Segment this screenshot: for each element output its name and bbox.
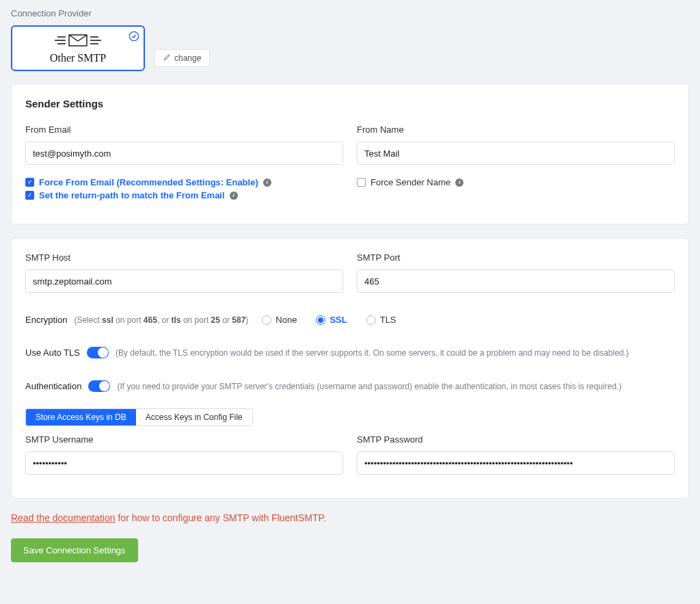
smtp-host-label: SMTP Host [25,252,343,263]
smtp-password-label: SMTP Password [357,434,675,445]
documentation-text: for how to configure any SMTP with Fluen… [116,512,326,523]
smtp-username-label: SMTP Username [25,434,343,445]
access-keys-segment: Store Access Keys in DB Access Keys in C… [25,408,253,426]
save-connection-settings-button[interactable]: Save Connection Settings [11,538,138,562]
change-provider-button[interactable]: change [154,49,210,67]
provider-card-title: Other SMTP [50,52,106,64]
documentation-line: Read the documentation for how to config… [11,512,689,523]
force-from-email-label: Force From Email (Recommended Settings: … [39,177,258,187]
svg-point-0 [129,31,138,40]
from-name-input[interactable] [357,142,675,165]
info-icon[interactable]: i [230,192,238,200]
sender-settings-card: Sender Settings From Email From Name For… [11,83,689,224]
auto-tls-hint: (By default, the TLS encryption would be… [116,348,629,358]
smtp-settings-card: SMTP Host SMTP Port Encryption (Select s… [11,238,689,499]
encryption-radio-tls[interactable]: TLS [366,315,396,325]
smtp-port-label: SMTP Port [357,252,675,263]
auto-tls-toggle[interactable] [87,347,109,358]
encryption-radio-ssl[interactable]: SSL [316,315,347,325]
smtp-username-input[interactable] [25,451,343,475]
return-path-checkbox[interactable] [25,191,34,200]
from-email-input[interactable] [25,142,343,165]
encryption-label: Encryption [25,315,67,325]
store-db-button[interactable]: Store Access Keys in DB [26,409,136,425]
authentication-hint: (If you need to provide your SMTP server… [117,382,621,391]
smtp-password-input[interactable] [357,451,675,475]
auto-tls-label: Use Auto TLS [25,347,80,358]
force-sender-name-checkbox[interactable] [357,178,366,187]
from-name-label: From Name [357,124,675,135]
info-icon[interactable]: i [263,179,271,187]
return-path-label: Set the return-path to match the From Em… [39,190,225,200]
change-button-label: change [174,53,201,63]
encryption-radio-none[interactable]: None [262,315,297,325]
smtp-host-input[interactable] [25,270,343,293]
force-sender-name-label: Force Sender Name [371,177,450,187]
connection-provider-label: Connection Provider [11,8,689,18]
provider-card-other-smtp[interactable]: Other SMTP [11,25,145,71]
encryption-hint: (Select ssl on port 465, or tls on port … [74,315,248,325]
sender-settings-heading: Sender Settings [25,98,675,109]
from-email-label: From Email [25,124,343,135]
info-icon[interactable]: i [455,179,463,187]
check-circle-icon [129,31,139,42]
documentation-link[interactable]: Read the documentation [11,512,116,523]
authentication-toggle[interactable] [88,380,110,392]
force-from-email-checkbox[interactable] [25,178,34,187]
pencil-icon [163,53,171,63]
store-config-button[interactable]: Access Keys in Config File [136,409,252,425]
smtp-port-input[interactable] [357,270,675,293]
envelope-icon [53,33,103,51]
provider-row: Other SMTP change [11,25,689,71]
authentication-label: Authentication [25,381,81,391]
